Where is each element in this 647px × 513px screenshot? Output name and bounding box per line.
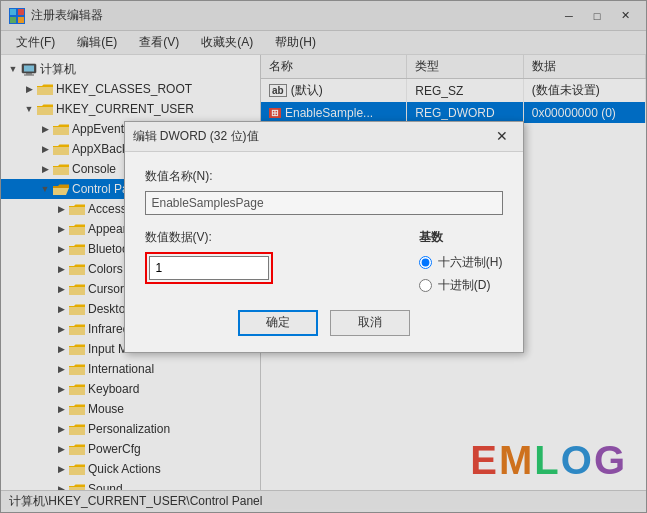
cancel-button[interactable]: 取消	[330, 310, 410, 336]
radio-dec-label: 十进制(D)	[438, 277, 491, 294]
base-label: 基数	[419, 229, 503, 246]
ok-button[interactable]: 确定	[238, 310, 318, 336]
dialog-title: 编辑 DWORD (32 位)值	[133, 128, 489, 145]
radio-group: 十六进制(H) 十进制(D)	[419, 254, 503, 294]
name-field-label: 数值名称(N):	[145, 168, 503, 185]
dialog-overlay: 编辑 DWORD (32 位)值 ✕ 数值名称(N): 数值数据(V): 基数	[0, 0, 647, 513]
value-input[interactable]	[149, 256, 269, 280]
edit-dword-dialog: 编辑 DWORD (32 位)值 ✕ 数值名称(N): 数值数据(V): 基数	[124, 121, 524, 353]
base-section: 基数 十六进制(H) 十进制(D)	[419, 229, 503, 294]
value-field-label: 数值数据(V):	[145, 229, 399, 246]
radio-hex-label: 十六进制(H)	[438, 254, 503, 271]
value-input-wrapper	[145, 252, 273, 284]
radio-dec-input[interactable]	[419, 279, 432, 292]
radio-hex[interactable]: 十六进制(H)	[419, 254, 503, 271]
radio-dec[interactable]: 十进制(D)	[419, 277, 503, 294]
dialog-buttons: 确定 取消	[145, 310, 503, 336]
dialog-title-bar: 编辑 DWORD (32 位)值 ✕	[125, 122, 523, 152]
radio-hex-input[interactable]	[419, 256, 432, 269]
value-section: 数值数据(V):	[145, 229, 399, 294]
dialog-content: 数值名称(N): 数值数据(V): 基数 十六进制(H)	[125, 152, 523, 352]
value-base-row: 数值数据(V): 基数 十六进制(H) 十进制(D)	[145, 229, 503, 294]
name-input[interactable]	[145, 191, 503, 215]
dialog-close-button[interactable]: ✕	[489, 126, 515, 146]
